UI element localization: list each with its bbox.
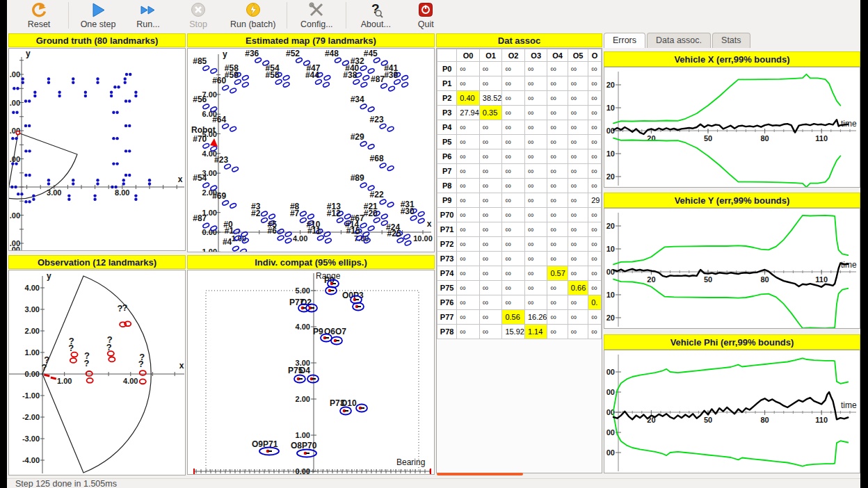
assoc-cell[interactable]: ∞: [588, 149, 602, 164]
assoc-cell[interactable]: 0.56: [502, 310, 525, 325]
assoc-cell[interactable]: ∞: [547, 62, 568, 76]
row-header-P71[interactable]: P71: [437, 222, 457, 237]
assoc-cell[interactable]: ∞: [568, 252, 588, 266]
assoc-cell[interactable]: ∞: [588, 164, 602, 179]
assoc-cell[interactable]: ∞: [479, 208, 502, 222]
assoc-cell[interactable]: 15.92: [502, 325, 525, 339]
assoc-cell[interactable]: ∞: [568, 120, 588, 135]
column-header-O3[interactable]: O3: [524, 49, 547, 62]
assoc-cell[interactable]: ∞: [457, 281, 480, 295]
assoc-cell[interactable]: 0.57: [547, 266, 568, 281]
row-header-P2[interactable]: P2: [437, 91, 457, 106]
row-header-P78[interactable]: P78: [437, 325, 457, 339]
assoc-cell[interactable]: ∞: [588, 325, 602, 339]
assoc-cell[interactable]: ∞: [524, 281, 547, 295]
quit-button[interactable]: Quit: [401, 0, 451, 29]
one-step-button[interactable]: One step: [73, 0, 123, 29]
assoc-cell[interactable]: ∞: [457, 222, 480, 237]
assoc-cell[interactable]: ∞: [479, 193, 502, 208]
assoc-cell[interactable]: ∞: [479, 135, 502, 149]
assoc-cell[interactable]: ∞: [588, 310, 602, 325]
assoc-cell[interactable]: ∞: [457, 149, 480, 164]
assoc-cell[interactable]: ∞: [568, 179, 588, 193]
assoc-cell[interactable]: ∞: [457, 179, 480, 193]
assoc-cell[interactable]: ∞: [588, 208, 602, 222]
assoc-cell[interactable]: ∞: [479, 164, 502, 179]
assoc-cell[interactable]: 0.66: [568, 281, 588, 295]
assoc-cell[interactable]: ∞: [479, 310, 502, 325]
row-header-P8[interactable]: P8: [437, 179, 457, 193]
assoc-cell[interactable]: ∞: [547, 325, 568, 339]
assoc-cell[interactable]: ∞: [547, 252, 568, 266]
assoc-cell[interactable]: ∞: [524, 193, 547, 208]
assoc-cell[interactable]: 0.40: [457, 91, 480, 106]
row-header-P9[interactable]: P9: [437, 193, 457, 208]
assoc-cell[interactable]: ∞: [588, 62, 602, 76]
assoc-cell[interactable]: ∞: [568, 91, 588, 106]
row-header-P5[interactable]: P5: [437, 135, 457, 149]
assoc-cell[interactable]: ∞: [479, 237, 502, 252]
assoc-cell[interactable]: ∞: [502, 193, 525, 208]
assoc-cell[interactable]: ∞: [588, 222, 602, 237]
assoc-cell[interactable]: ∞: [524, 222, 547, 237]
assoc-cell[interactable]: ∞: [479, 62, 502, 76]
tab-data-assoc[interactable]: Data assoc.: [647, 33, 711, 48]
row-header-P1[interactable]: P1: [437, 76, 457, 91]
assoc-cell[interactable]: ∞: [502, 179, 525, 193]
assoc-cell[interactable]: ∞: [568, 295, 588, 310]
assoc-cell[interactable]: ∞: [547, 310, 568, 325]
assoc-cell[interactable]: ∞: [479, 149, 502, 164]
row-header-P3[interactable]: P3: [437, 106, 457, 120]
assoc-cell[interactable]: ∞: [502, 62, 525, 76]
run-button[interactable]: Run...: [123, 0, 173, 29]
assoc-cell[interactable]: 0.35: [479, 106, 502, 120]
row-header-P4[interactable]: P4: [437, 120, 457, 135]
column-header-O5[interactable]: O5: [568, 49, 588, 62]
assoc-cell[interactable]: ∞: [502, 106, 525, 120]
row-header-P7[interactable]: P7: [437, 164, 457, 179]
assoc-cell[interactable]: ∞: [568, 266, 588, 281]
assoc-cell[interactable]: ∞: [568, 106, 588, 120]
assoc-cell[interactable]: 1.14: [524, 325, 547, 339]
assoc-cell[interactable]: ∞: [588, 179, 602, 193]
assoc-cell[interactable]: ∞: [568, 208, 588, 222]
assoc-cell[interactable]: ∞: [502, 164, 525, 179]
assoc-cell[interactable]: ∞: [588, 91, 602, 106]
assoc-cell[interactable]: ∞: [568, 135, 588, 149]
data-association-table[interactable]: O0O1O2O3O4O5OP0∞∞∞∞∞∞∞P1∞∞∞∞∞∞∞P20.4038.…: [436, 48, 602, 473]
assoc-cell[interactable]: ∞: [524, 252, 547, 266]
assoc-cell[interactable]: ∞: [547, 149, 568, 164]
assoc-cell[interactable]: ∞: [457, 164, 480, 179]
assoc-cell[interactable]: ∞: [524, 295, 547, 310]
assoc-cell[interactable]: ∞: [457, 76, 480, 91]
assoc-cell[interactable]: ∞: [524, 179, 547, 193]
assoc-cell[interactable]: ∞: [547, 237, 568, 252]
assoc-cell[interactable]: ∞: [588, 135, 602, 149]
assoc-cell[interactable]: ∞: [547, 295, 568, 310]
column-header-O0[interactable]: O0: [457, 49, 480, 62]
assoc-cell[interactable]: ∞: [547, 193, 568, 208]
assoc-cell[interactable]: ∞: [588, 252, 602, 266]
assoc-cell[interactable]: ∞: [524, 135, 547, 149]
assoc-cell[interactable]: ∞: [502, 208, 525, 222]
assoc-cell[interactable]: ∞: [502, 120, 525, 135]
tab-errors[interactable]: Errors: [604, 33, 645, 48]
assoc-cell[interactable]: ∞: [524, 91, 547, 106]
assoc-cell[interactable]: ∞: [568, 193, 588, 208]
column-header-O2[interactable]: O2: [502, 49, 525, 62]
assoc-cell[interactable]: 0.: [588, 295, 602, 310]
run-batch-button[interactable]: Run (batch): [223, 0, 282, 29]
row-header-P72[interactable]: P72: [437, 237, 457, 252]
assoc-cell[interactable]: ∞: [502, 76, 525, 91]
assoc-cell[interactable]: ∞: [547, 222, 568, 237]
assoc-cell[interactable]: ∞: [524, 149, 547, 164]
assoc-cell[interactable]: ∞: [588, 281, 602, 295]
assoc-cell[interactable]: ∞: [502, 252, 525, 266]
assoc-cell[interactable]: ∞: [457, 325, 480, 339]
assoc-cell[interactable]: ∞: [502, 237, 525, 252]
assoc-cell[interactable]: ∞: [457, 310, 480, 325]
assoc-cell[interactable]: ∞: [479, 252, 502, 266]
assoc-cell[interactable]: ∞: [479, 281, 502, 295]
assoc-cell[interactable]: ∞: [547, 208, 568, 222]
assoc-cell[interactable]: ∞: [547, 281, 568, 295]
